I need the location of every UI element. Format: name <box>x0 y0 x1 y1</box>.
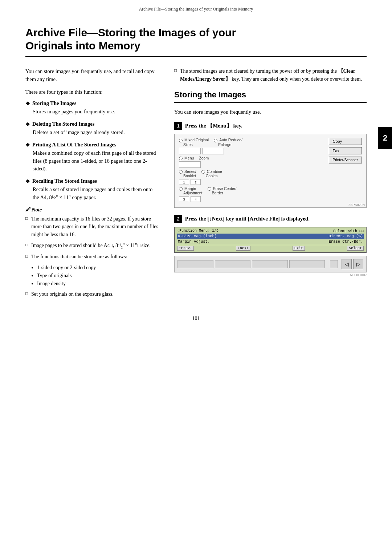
radio-mixed <box>179 139 183 142</box>
label-booklet: Booklet <box>179 174 196 178</box>
lcd-exit-btn[interactable]: Exit <box>293 246 305 251</box>
label-sizes: Sizes <box>179 142 193 147</box>
note-items-last: Set your originals on the exposure glass… <box>25 290 160 298</box>
label-mixed-original: Mixed Original <box>184 138 209 142</box>
deleting-heading: ❖ Deleting The Stored Images <box>25 121 160 128</box>
lcd-display: ‹Function Menu› 1/5 Select with ⊙⊙ D.Siz… <box>174 227 367 253</box>
section-intro: You can store images you frequently use. <box>174 108 367 116</box>
page-number: 101 <box>25 312 367 322</box>
printer-scanner-button[interactable]: Printer/Scanner <box>329 157 362 163</box>
lcd-row2-right: Erase Ctr./Bdr. <box>328 239 363 244</box>
recalling-body: Recalls a set of stored image pages and … <box>25 186 160 202</box>
step-1-number: 1 <box>174 122 182 130</box>
section-tab: 2 <box>378 127 392 149</box>
page-header: Archive File—Storing the Images of your … <box>0 0 392 15</box>
nav-panel-code: ND30C0102 <box>174 273 367 277</box>
lcd-row-1: D.Size Mag.(inch) Direct. Mag.(%) <box>177 234 364 239</box>
radio-series <box>179 170 183 174</box>
note-item-last: Set your originals on the exposure glass… <box>25 290 160 298</box>
label-auto-reduce: Auto Reduce/ <box>219 138 242 142</box>
label-combine: Combine <box>207 169 222 174</box>
step-2-label: 2 Press the [↓Next] key until [Archive F… <box>174 215 367 223</box>
diamond-icon-4: ❖ <box>25 178 30 185</box>
radio-combine <box>201 170 205 174</box>
fax-button[interactable]: Fax <box>329 147 362 154</box>
lcd-row1-right: Direct. Mag.(%) <box>328 234 363 238</box>
radio-menu <box>179 157 183 160</box>
left-column: You can store images you frequently use,… <box>25 67 160 301</box>
label-series: Series/ <box>184 169 196 174</box>
note-heading: 🖊 Note <box>25 207 160 213</box>
note-section: 🖊 Note The maximum capacity is 16 files … <box>25 207 160 298</box>
right-column: The stored images are not cleared by tur… <box>174 67 367 301</box>
label-border: Border <box>208 191 224 195</box>
label-menu: Menu <box>184 156 194 160</box>
radio-erase <box>208 187 211 191</box>
panel-code-1: ZBPS020N <box>348 203 365 207</box>
label-margin: Margin <box>184 186 196 191</box>
note-item-2: Image pages to be stored should be A4□, … <box>25 242 160 250</box>
label-zoom: Zoom <box>199 156 209 160</box>
label-adjustment: Adjustment <box>179 191 203 195</box>
lcd-select-btn[interactable]: Select <box>347 246 364 251</box>
lcd-title-text: ‹Function Menu› 1/5 <box>177 229 219 233</box>
content-area: Archive File—Storing the Images of your … <box>0 15 392 336</box>
step-1: 1 Press the 【Menu】 key. <box>174 122 367 208</box>
copy-button[interactable]: Copy <box>329 138 362 145</box>
lcd-prev-btn[interactable]: ↑Prev. <box>177 246 194 251</box>
note-item-1: The maximum capacity is 16 files or 32 p… <box>25 215 160 239</box>
storing-images-heading: Storing the Images <box>174 90 367 103</box>
step-2: 2 Press the [↓Next] key until [Archive F… <box>174 215 367 277</box>
recalling-heading: ❖ Recalling The Stored Images <box>25 178 160 185</box>
lcd-row2-left: Margin Adjust. <box>178 239 210 244</box>
lcd-next-btn[interactable]: ↓Next <box>236 246 250 251</box>
section-storing: ❖ Storing The Images Stores image pages … <box>25 100 160 116</box>
step-2-number: 2 <box>174 215 182 223</box>
diamond-icon-3: ❖ <box>25 142 30 148</box>
printing-body: Makes a combined copy of each first page… <box>25 149 160 173</box>
step-1-text: Press the 【Menu】 key. <box>185 123 242 129</box>
bullet-item-1: 1-sided copy or 2-sided copy <box>37 264 160 272</box>
label-copies: Copies <box>201 174 218 178</box>
main-title: Archive File—Storing the Images of your … <box>25 26 367 57</box>
diamond-icon-2: ❖ <box>25 121 30 128</box>
label-erase: Erase Center/ <box>213 186 237 191</box>
page-wrapper: Archive File—Storing the Images of your … <box>0 0 392 554</box>
radio-auto <box>214 139 217 142</box>
nav-left-btn[interactable]: ◁ <box>342 259 352 269</box>
lcd-select-text: Select with ⊙⊙ <box>333 229 364 233</box>
nav-right-btn[interactable]: ▷ <box>353 259 363 269</box>
header-text: Archive File—Storing the Images of your … <box>139 7 253 12</box>
section-recalling: ❖ Recalling The Stored Images Recalls a … <box>25 178 160 202</box>
radio-margin <box>179 187 183 191</box>
bullet-list: 1-sided copy or 2-sided copy Type of ori… <box>25 264 160 287</box>
step-1-label: 1 Press the 【Menu】 key. <box>174 122 367 130</box>
nav-panel: ◁ ▷ <box>174 256 367 272</box>
two-col-layout: You can store images you frequently use,… <box>25 67 367 301</box>
section-deleting: ❖ Deleting The Stored Images Deletes a s… <box>25 121 160 137</box>
step-2-text: Press the [↓Next] key until [Archive Fil… <box>185 216 310 222</box>
deleting-body: Deletes a set of image pages already sto… <box>25 129 160 137</box>
intro-para1: You can store images you frequently use,… <box>25 67 160 84</box>
lcd-row-2: Margin Adjust. Erase Ctr./Bdr. <box>177 239 364 244</box>
bullet-item-3: Image density <box>37 280 160 288</box>
note-items: The maximum capacity is 16 files or 32 p… <box>25 215 160 261</box>
printing-heading: ❖ Printing A List Of The Stored Images <box>25 142 160 148</box>
diamond-icon-1: ❖ <box>25 101 30 107</box>
section-printing: ❖ Printing A List Of The Stored Images M… <box>25 142 160 173</box>
right-note: The stored images are not cleared by tur… <box>174 67 367 83</box>
bullet-item-2: Type of originals <box>37 272 160 280</box>
panel-image-1: Mixed Original Sizes Auto Reduce/ Enlarg… <box>174 134 367 207</box>
lcd-title-row: ‹Function Menu› 1/5 Select with ⊙⊙ <box>177 229 364 233</box>
lcd-bottom-row: ↑Prev. ↓Next Exit Select <box>177 245 364 251</box>
storing-heading: ❖ Storing The Images <box>25 100 160 107</box>
label-enlarge: Enlarge <box>214 142 231 147</box>
note-icon: 🖊 <box>25 207 30 213</box>
intro-para2: There are four types in this function: <box>25 88 160 96</box>
storing-body: Stores image pages you frequently use. <box>25 108 160 116</box>
lcd-row1-left: D.Size Mag.(inch) <box>178 234 217 238</box>
note-item-3: The functions that can be stored are as … <box>25 253 160 261</box>
